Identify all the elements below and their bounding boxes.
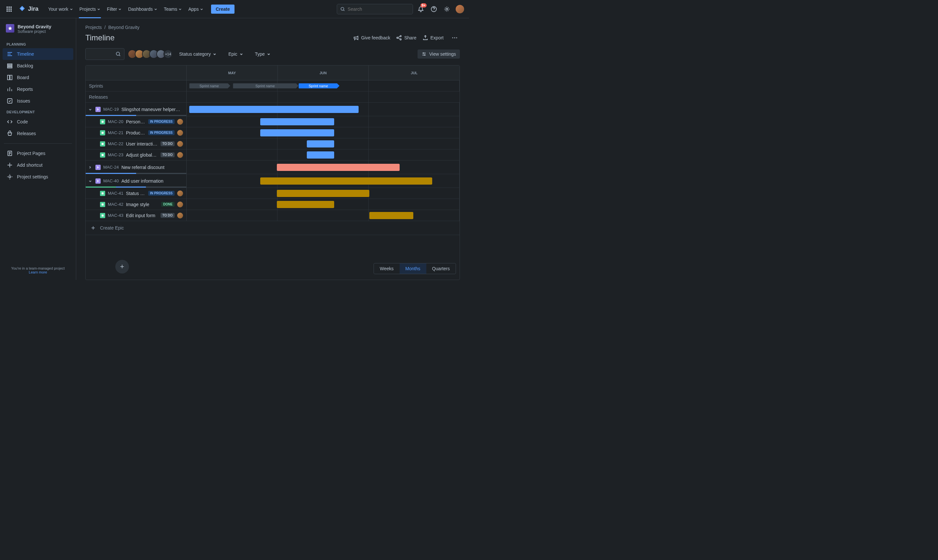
nav-item-filter[interactable]: Filter bbox=[103, 4, 125, 14]
add-fab[interactable]: + bbox=[115, 260, 129, 274]
nav-item-projects[interactable]: Projects bbox=[76, 4, 104, 14]
status-badge: IN PROGRESS bbox=[148, 130, 174, 135]
logo-text: Jira bbox=[28, 6, 39, 12]
issue-key: MAC-20 bbox=[108, 119, 123, 124]
sprint-chip[interactable]: Sprint name bbox=[233, 83, 298, 89]
search-input[interactable] bbox=[348, 6, 410, 12]
zoom-tab-quarters[interactable]: Quarters bbox=[426, 263, 456, 274]
create-epic-button[interactable]: Create Epic bbox=[86, 221, 459, 235]
timeline-bar[interactable] bbox=[307, 140, 334, 148]
timeline-search[interactable] bbox=[85, 48, 125, 60]
breadcrumb-project[interactable]: Beyond Gravity bbox=[108, 25, 139, 30]
assignee-avatar[interactable] bbox=[177, 191, 183, 196]
app-switcher-icon[interactable] bbox=[4, 4, 14, 14]
timeline-bar[interactable] bbox=[260, 177, 432, 185]
svg-point-11 bbox=[446, 8, 448, 10]
timeline-bar[interactable] bbox=[260, 129, 334, 137]
view-settings-button[interactable]: View settings bbox=[417, 49, 460, 58]
chevron-down-icon bbox=[200, 8, 203, 11]
sidebar-item-project-pages[interactable]: Project Pages bbox=[3, 148, 73, 159]
story-row[interactable]: MAC-20 Persona… IN PROGRESS bbox=[86, 116, 459, 127]
avatar-more[interactable]: +14 bbox=[163, 49, 173, 58]
svg-point-20 bbox=[397, 37, 398, 38]
sidebar-item-project-settings[interactable]: Project settings bbox=[3, 171, 73, 183]
profile-button[interactable] bbox=[455, 4, 465, 14]
nav-item-apps[interactable]: Apps bbox=[185, 4, 206, 14]
nav-item-dashboards[interactable]: Dashboards bbox=[125, 4, 160, 14]
svg-point-24 bbox=[454, 37, 455, 38]
toolbar: +14 Status categoryEpicType View setting… bbox=[85, 48, 460, 60]
give-feedback-button[interactable]: Give feedback bbox=[353, 35, 391, 41]
story-row[interactable]: MAC-41 Status in… IN PROGRESS bbox=[86, 188, 459, 199]
assignee-avatar[interactable] bbox=[177, 130, 183, 136]
jira-logo[interactable]: Jira bbox=[15, 5, 41, 13]
story-row[interactable]: MAC-43 Edit input form TO DO bbox=[86, 210, 459, 221]
svg-rect-13 bbox=[8, 65, 12, 66]
story-row[interactable]: MAC-42 Image style DONE bbox=[86, 199, 459, 210]
issue-title: Adjust global s… bbox=[126, 152, 158, 158]
sidebar-item-board[interactable]: Board bbox=[3, 72, 73, 83]
sidebar-item-timeline[interactable]: Timeline bbox=[3, 48, 73, 60]
epic-row[interactable]: MAC-40 Add user information bbox=[86, 174, 459, 188]
chevron-down-icon bbox=[154, 8, 157, 11]
project-header[interactable]: Beyond Gravity Software project bbox=[3, 24, 73, 39]
sidebar-item-issues[interactable]: Issues bbox=[3, 95, 73, 107]
assignee-avatar[interactable] bbox=[177, 141, 183, 147]
create-button[interactable]: Create bbox=[211, 5, 234, 14]
svg-point-19 bbox=[9, 176, 11, 178]
help-button[interactable] bbox=[429, 4, 439, 14]
timeline-bar[interactable] bbox=[277, 190, 370, 197]
story-row[interactable]: MAC-22 User interactio… TO DO bbox=[86, 138, 459, 149]
epic-row[interactable]: MAC-24 New referral discount bbox=[86, 160, 459, 174]
story-row[interactable]: MAC-21 Produc… IN PROGRESS bbox=[86, 127, 459, 138]
timeline-bar[interactable] bbox=[189, 106, 359, 113]
content: Projects / Beyond Gravity Timeline Give … bbox=[76, 18, 469, 280]
learn-more-link[interactable]: Learn more bbox=[5, 270, 71, 274]
zoom-tab-weeks[interactable]: Weeks bbox=[374, 263, 400, 274]
zoom-tab-months[interactable]: Months bbox=[400, 263, 426, 274]
nav-item-teams[interactable]: Teams bbox=[160, 4, 185, 14]
expand-toggle[interactable] bbox=[88, 108, 93, 111]
issue-key: MAC-40 bbox=[103, 178, 119, 183]
sidebar-item-add-shortcut[interactable]: Add shortcut bbox=[3, 159, 73, 171]
help-icon bbox=[431, 6, 437, 12]
timeline-bar[interactable] bbox=[369, 212, 413, 219]
sidebar-item-releases[interactable]: Releases bbox=[3, 128, 73, 139]
assignee-filter[interactable]: +14 bbox=[129, 49, 173, 58]
share-button[interactable]: Share bbox=[396, 35, 416, 41]
assignee-avatar[interactable] bbox=[177, 119, 183, 125]
sidebar-item-code[interactable]: Code bbox=[3, 116, 73, 128]
timeline-bar[interactable] bbox=[307, 151, 334, 158]
filter-epic[interactable]: Epic bbox=[227, 49, 244, 58]
filter-status-category[interactable]: Status category bbox=[178, 49, 218, 58]
nav-item-your-work[interactable]: Your work bbox=[45, 4, 76, 14]
svg-rect-12 bbox=[8, 64, 12, 65]
assignee-avatar[interactable] bbox=[177, 152, 183, 158]
expand-toggle[interactable] bbox=[88, 179, 93, 183]
epic-row[interactable]: MAC-19 Slingshot maneuver helper… bbox=[86, 103, 459, 116]
svg-rect-7 bbox=[8, 11, 10, 12]
story-icon bbox=[100, 152, 105, 158]
breadcrumb-projects[interactable]: Projects bbox=[85, 25, 102, 30]
sidebar-item-backlog[interactable]: Backlog bbox=[3, 60, 73, 72]
sprint-chip[interactable]: Sprint name bbox=[189, 83, 230, 89]
sprint-chip[interactable]: Sprint name bbox=[299, 83, 340, 89]
sidebar-item-reports[interactable]: Reports bbox=[3, 83, 73, 95]
assignee-avatar[interactable] bbox=[177, 212, 183, 218]
timeline-bar[interactable] bbox=[277, 201, 334, 208]
status-badge: TO DO bbox=[160, 152, 174, 157]
story-row[interactable]: MAC-23 Adjust global s… TO DO bbox=[86, 149, 459, 160]
global-search[interactable] bbox=[337, 4, 413, 14]
expand-toggle[interactable] bbox=[88, 165, 93, 169]
more-actions-button[interactable] bbox=[450, 32, 460, 43]
pages-icon bbox=[6, 150, 13, 157]
filter-type[interactable]: Type bbox=[254, 49, 272, 58]
timeline-bar[interactable] bbox=[260, 118, 334, 125]
settings-button[interactable] bbox=[442, 4, 452, 14]
export-icon bbox=[422, 35, 428, 41]
notifications-button[interactable]: 9+ bbox=[416, 4, 426, 14]
export-button[interactable]: Export bbox=[422, 35, 444, 41]
svg-rect-31 bbox=[102, 192, 103, 194]
assignee-avatar[interactable] bbox=[177, 202, 183, 208]
timeline-bar[interactable] bbox=[277, 164, 400, 171]
